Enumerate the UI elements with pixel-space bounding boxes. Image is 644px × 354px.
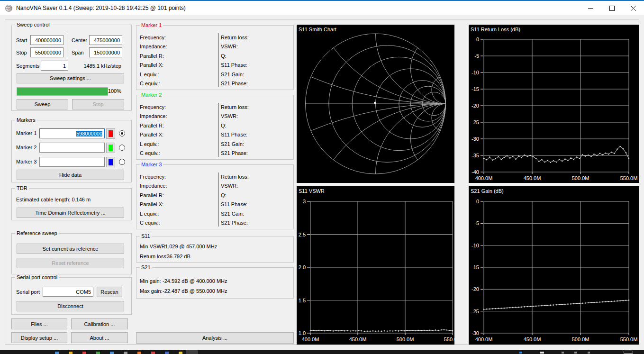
marker-2-info-title: Marker 2 — [140, 92, 163, 98]
svg-text:450.0M: 450.0M — [349, 336, 367, 342]
taskbar-icon[interactable] — [137, 352, 141, 354]
marker-1-frequency-input[interactable]: 598000000 — [39, 128, 105, 138]
disconnect-button[interactable]: Disconnect — [17, 301, 124, 311]
svg-text:400.0M: 400.0M — [475, 175, 493, 181]
cable-length-text: Estimated cable length: 0.146 m — [16, 197, 91, 202]
svg-text:-25: -25 — [472, 119, 479, 125]
svg-text:450.0M: 450.0M — [524, 175, 541, 181]
marker-3-color-swatch — [109, 159, 113, 165]
marker-1-color-button[interactable] — [106, 128, 115, 139]
taskbar-icon[interactable] — [96, 352, 100, 354]
marker-info-field-label: Parallel R: — [140, 53, 164, 59]
start-input[interactable]: 400000000 — [30, 35, 63, 45]
svg-text:2.0: 2.0 — [299, 264, 306, 270]
marker-info-field-label: S21 Gain: — [221, 72, 244, 77]
marker-2-color-swatch — [109, 145, 113, 151]
taskbar-icon[interactable] — [55, 352, 59, 354]
taskbar-icon[interactable] — [110, 352, 114, 354]
titlebar: NanoVNA Saver 0.1.4 (Sweep: 2019-10-28 1… — [0, 0, 644, 15]
stop-input[interactable]: 550000000 — [30, 47, 63, 57]
taskbar-icon[interactable] — [165, 352, 169, 354]
window-title: NanoVNA Saver 0.1.4 (Sweep: 2019-10-28 1… — [16, 5, 186, 11]
svg-text:-15: -15 — [472, 264, 479, 270]
serial-port-group: Serial port control Serial port COM5 Res… — [11, 277, 132, 315]
s21-gain-chart[interactable]: S21 Gain (dB)0-5-10-15-20-25-30400.0M450… — [469, 186, 639, 345]
marker-1-select-radio[interactable] — [119, 130, 125, 136]
progress-percent-label: 100% — [108, 88, 121, 94]
taskbar-tray-icon[interactable] — [540, 352, 544, 354]
reset-reference-button[interactable]: Reset reference — [17, 258, 124, 268]
sweep-settings-button[interactable]: Sweep settings ... — [17, 73, 124, 83]
marker-3-select-radio[interactable] — [119, 159, 125, 165]
minimize-button[interactable] — [580, 1, 601, 15]
svg-text:-40: -40 — [472, 169, 479, 175]
marker-2-frequency-input[interactable] — [39, 143, 105, 153]
marker-info-field-label: Parallel R: — [140, 192, 164, 198]
marker-info-field-label: S21 Gain: — [221, 211, 244, 217]
svg-text:-25: -25 — [472, 309, 479, 314]
s11-info-group: S11 Min VSWR: 1.029 @ 457.000 MHz Return… — [136, 236, 294, 263]
s11-vswr-chart[interactable]: S11 VSWR32.52.01.51.0400.0M450.0M500.0M5… — [297, 186, 454, 345]
markers-title: Markers — [15, 117, 37, 123]
marker-info-field-label: S11 Phase: — [221, 62, 247, 68]
svg-text:550.0M: 550.0M — [444, 336, 454, 342]
taskbar-active-app[interactable] — [186, 350, 198, 354]
sweep-control-group: Sweep control Start 400000000 Stop 55000… — [11, 25, 132, 111]
sweep-progress-bar — [17, 87, 108, 96]
s11-return-loss-chart[interactable]: S11 Return Loss (dB)0-5-10-15-20-25-30-3… — [469, 25, 639, 183]
span-label: Span — [72, 50, 84, 55]
taskbar-tray-icon[interactable] — [562, 352, 564, 354]
marker-info-divider — [218, 33, 218, 87]
taskbar-icon[interactable] — [151, 352, 155, 354]
span-input[interactable]: 150000000 — [89, 47, 122, 57]
markers-group: Markers Hide data Marker 1598000000Marke… — [11, 120, 132, 182]
svg-text:-5: -5 — [474, 53, 479, 59]
s11-smith-chart[interactable]: S11 Smith Chart — [297, 25, 454, 183]
about-button[interactable]: About ... — [71, 332, 128, 343]
marker-info-field-label: VSWR: — [221, 44, 238, 49]
segments-input[interactable]: 1 — [41, 61, 68, 71]
marker-info-field-label: Q: — [221, 53, 227, 59]
tdr-group: TDR Estimated cable length: 0.146 m Time… — [11, 188, 132, 220]
progress-fill — [17, 88, 108, 95]
maximize-button[interactable] — [601, 1, 623, 15]
marker-info-field-label: S11 Phase: — [221, 132, 247, 137]
rescan-button[interactable]: Rescan — [97, 287, 122, 297]
taskbar-icon[interactable] — [69, 352, 73, 354]
sweep-button[interactable]: Sweep — [17, 99, 68, 109]
svg-text:-20: -20 — [472, 286, 479, 292]
marker-2-color-button[interactable] — [106, 143, 115, 153]
marker-2-select-radio[interactable] — [119, 145, 125, 151]
marker-info-field-label: S21 Phase: — [221, 81, 248, 86]
taskbar[interactable] — [0, 350, 644, 354]
files-button[interactable]: Files ... — [11, 318, 67, 329]
stop-button[interactable]: Stop — [72, 99, 124, 109]
marker-info-field-label: Parallel R: — [140, 123, 164, 128]
taskbar-icon[interactable] — [179, 352, 182, 354]
close-button[interactable] — [623, 1, 644, 15]
taskbar-tray-icon[interactable] — [588, 352, 590, 354]
svg-text:-30: -30 — [472, 330, 479, 336]
hide-data-button[interactable]: Hide data — [17, 170, 124, 180]
marker-3-color-button[interactable] — [106, 157, 115, 167]
serial-port-input[interactable]: COM5 — [43, 287, 93, 297]
taskbar-icon[interactable] — [82, 352, 86, 354]
center-input[interactable]: 475000000 — [89, 35, 122, 45]
marker-info-divider — [218, 172, 218, 227]
analysis-button[interactable]: Analysis ... — [136, 332, 294, 344]
tdr-button[interactable]: Time Domain Reflectometry ... — [17, 208, 124, 218]
svg-text:S11 Smith Chart: S11 Smith Chart — [299, 27, 336, 32]
marker-info-field-label: Impedance: — [140, 113, 167, 119]
calibration-button[interactable]: Calibration ... — [71, 318, 128, 329]
svg-text:-10: -10 — [472, 243, 479, 248]
minimize-icon — [588, 6, 593, 11]
taskbar-notification-box[interactable] — [624, 351, 633, 354]
taskbar-tray-icon[interactable] — [519, 352, 522, 354]
display-setup-button[interactable]: Display setup ... — [11, 332, 67, 343]
taskbar-tray-icon[interactable] — [574, 352, 577, 354]
marker-3-frequency-input[interactable] — [39, 157, 105, 167]
step-size-text: 1485.1 kHz/step — [84, 63, 122, 69]
set-reference-button[interactable]: Set current as reference — [17, 244, 124, 254]
svg-text:S11 VSWR: S11 VSWR — [299, 188, 325, 194]
taskbar-icon[interactable] — [124, 352, 127, 354]
